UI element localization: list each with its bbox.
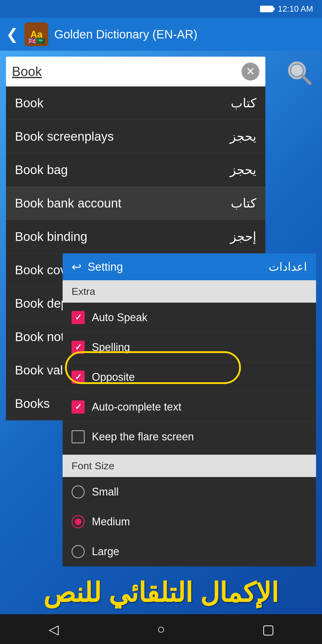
settings-header: ↩ Setting اعدادات: [63, 253, 316, 280]
dropdown-item-ar: يحجز: [230, 162, 256, 177]
radio-selected[interactable]: [72, 515, 85, 528]
arabic-bottom-text: الإكمال التلقائي للنص: [0, 577, 322, 608]
nav-home-icon: ○: [157, 622, 165, 637]
clear-icon: ✕: [246, 65, 255, 78]
settings-item-label: Auto-complete text: [92, 401, 181, 413]
header-back-button[interactable]: ❮: [6, 27, 18, 42]
settings-item-label: Auto Speak: [92, 311, 147, 324]
settings-back-icon[interactable]: ↩: [72, 260, 82, 274]
main-area: Book ✕ Book كتاب Book screenplays يحجز B…: [0, 51, 322, 614]
battery-icon: [260, 6, 273, 12]
checkbox-checked[interactable]: ✓: [72, 371, 85, 384]
radio-label: Medium: [92, 515, 130, 528]
checkbox-unchecked[interactable]: [72, 430, 85, 443]
font-size-radio-item[interactable]: Medium: [63, 507, 316, 537]
dropdown-item[interactable]: Book binding إحجز: [6, 220, 265, 253]
nav-recent-icon: ▢: [262, 622, 275, 637]
checkmark-icon: ✓: [75, 312, 82, 322]
app-icon: Aa 🇬🇧🇸🇦: [24, 22, 48, 46]
dropdown-item-ar: كتاب: [231, 196, 256, 210]
font-size-radio-item[interactable]: Small: [63, 477, 316, 507]
dropdown-item-ar: يحجز: [230, 129, 256, 144]
settings-item-label: Opposite: [92, 371, 135, 383]
search-input-value: Book: [12, 64, 242, 79]
dropdown-item-en: Books: [15, 397, 50, 411]
magnifier-icon: [286, 60, 313, 86]
settings-panel: ↩ Setting اعدادات Extra ✓ Auto Speak ✓ S…: [63, 253, 316, 566]
dropdown-item[interactable]: Book bank account كتاب: [6, 187, 265, 220]
dropdown-item-en: Book screenplays: [15, 129, 114, 144]
font-size-radio-item[interactable]: Large: [63, 537, 316, 566]
settings-item-label: Spelling: [92, 341, 130, 354]
checkbox-checked[interactable]: ✓: [72, 400, 85, 414]
dropdown-item[interactable]: Book screenplays يحجز: [6, 120, 265, 153]
nav-home-button[interactable]: ○: [149, 617, 173, 641]
settings-checkbox-item[interactable]: Keep the flare screen: [63, 422, 316, 452]
dropdown-item-en: Book bag: [15, 163, 68, 177]
extra-section-label: Extra: [63, 280, 316, 303]
font-size-section-label: Font Size: [63, 455, 316, 477]
checkbox-checked[interactable]: ✓: [72, 311, 85, 324]
nav-bar: ◁ ○ ▢: [0, 614, 322, 644]
settings-checkbox-item[interactable]: ✓ Auto Speak: [63, 303, 316, 332]
checkmark-icon: ✓: [75, 372, 82, 382]
dropdown-item-ar: إحجز: [230, 229, 256, 244]
dropdown-item-en: Book bank account: [15, 196, 121, 210]
settings-checkbox-item[interactable]: ✓ Auto-complete text: [63, 392, 316, 422]
checkbox-checked[interactable]: ✓: [72, 341, 85, 354]
settings-item-label: Keep the flare screen: [92, 431, 194, 443]
radio-items: Small Medium Large: [63, 477, 316, 566]
nav-recent-button[interactable]: ▢: [256, 617, 280, 641]
clear-button[interactable]: ✕: [242, 63, 259, 80]
radio-inner-dot: [75, 518, 81, 525]
time-display: 12:10 AM: [278, 4, 313, 14]
search-button[interactable]: [283, 57, 316, 89]
dropdown-item[interactable]: Book كتاب: [6, 86, 265, 120]
radio-label: Small: [92, 486, 119, 498]
settings-checkbox-item[interactable]: ✓ Opposite: [63, 362, 316, 392]
dropdown-item-en: Book: [15, 96, 44, 110]
settings-title-arabic: اعدادات: [269, 260, 307, 273]
app-title: Golden Dictionary (EN-AR): [54, 28, 197, 41]
app-icon-flags: 🇬🇧🇸🇦: [28, 37, 45, 45]
dropdown-item-ar: كتاب: [231, 96, 256, 110]
radio-unselected[interactable]: [72, 485, 85, 499]
svg-point-1: [291, 64, 303, 76]
svg-line-2: [303, 76, 310, 83]
app-header: ❮ Aa 🇬🇧🇸🇦 Golden Dictionary (EN-AR): [0, 18, 322, 51]
settings-header-left: ↩ Setting: [72, 260, 123, 274]
settings-checkbox-item[interactable]: ✓ Spelling: [63, 332, 316, 362]
radio-unselected[interactable]: [72, 545, 85, 558]
nav-back-icon: ◁: [49, 622, 59, 637]
dropdown-item[interactable]: Book bag يحجز: [6, 153, 265, 187]
search-box[interactable]: Book ✕: [6, 57, 265, 86]
dropdown-item-en: Book binding: [15, 230, 87, 244]
status-bar: 12:10 AM: [0, 0, 322, 18]
checkbox-items: ✓ Auto Speak ✓ Spelling ✓ Opposite ✓ Aut…: [63, 303, 316, 452]
checkmark-icon: ✓: [75, 402, 82, 412]
checkmark-icon: ✓: [75, 342, 82, 352]
settings-title: Setting: [88, 261, 123, 273]
nav-back-button[interactable]: ◁: [42, 617, 66, 641]
radio-label: Large: [92, 545, 119, 558]
